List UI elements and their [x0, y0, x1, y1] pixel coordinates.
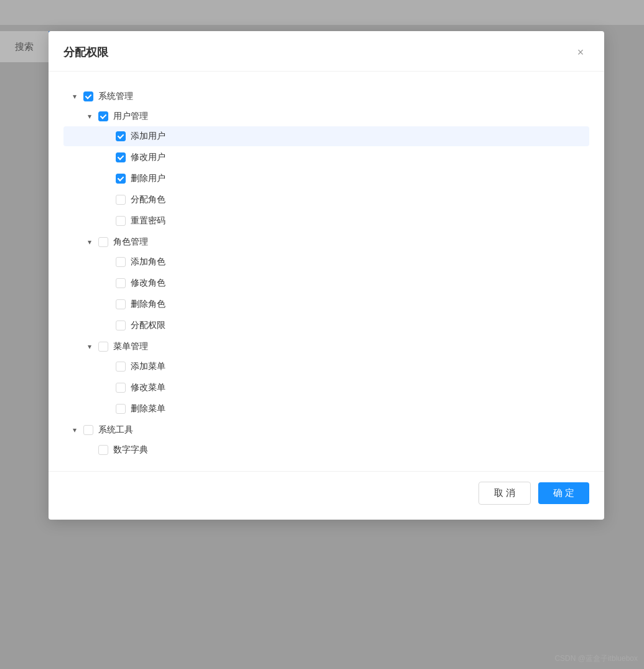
tree-node-edit-menu: 修改菜单: [63, 378, 589, 398]
tree-node-edit-role: 修改角色: [63, 273, 589, 293]
tree-label-delete-menu: 删除菜单: [131, 403, 166, 414]
cancel-button[interactable]: 取 消: [478, 482, 531, 505]
checkbox-add-user[interactable]: [116, 131, 126, 141]
dialog-header: 分配权限 ×: [49, 31, 604, 72]
tree-label-edit-user: 修改用户: [131, 152, 166, 163]
tree-node-assign-perm: 分配权限: [63, 316, 589, 335]
tree-row-system-mgmt[interactable]: ▾系统管理: [63, 87, 589, 106]
tree-label-role-mgmt: 角色管理: [113, 236, 148, 248]
tree-label-delete-user: 删除用户: [131, 173, 166, 184]
checkbox-reset-pwd[interactable]: [116, 216, 126, 226]
checkbox-delete-role[interactable]: [116, 299, 126, 309]
checkbox-add-role[interactable]: [116, 257, 126, 267]
tree-label-add-menu: 添加菜单: [131, 361, 166, 372]
checkbox-assign-role[interactable]: [116, 195, 126, 205]
tree-row-add-role[interactable]: 添加角色: [63, 252, 589, 272]
checkbox-system-tools[interactable]: [83, 425, 93, 435]
tree-node-data-dict: 数字字典: [63, 440, 589, 460]
dialog: 分配权限 × ▾系统管理▾用户管理添加用户修改用户删除用户分配角色重置密码▾角色…: [49, 31, 604, 520]
tree-row-assign-perm[interactable]: 分配权限: [63, 316, 589, 335]
tree-node-system-mgmt: ▾系统管理▾用户管理添加用户修改用户删除用户分配角色重置密码▾角色管理添加角色修…: [63, 87, 589, 419]
tree-label-system-mgmt: 系统管理: [98, 91, 133, 102]
tree-label-add-user: 添加用户: [131, 131, 166, 142]
checkbox-role-mgmt[interactable]: [98, 237, 108, 247]
checkbox-edit-menu[interactable]: [116, 383, 126, 393]
tree-node-edit-user: 修改用户: [63, 147, 589, 167]
expand-icon-menu-mgmt[interactable]: ▾: [83, 340, 96, 353]
tree-row-delete-role[interactable]: 删除角色: [63, 294, 589, 314]
dialog-body: ▾系统管理▾用户管理添加用户修改用户删除用户分配角色重置密码▾角色管理添加角色修…: [49, 72, 604, 471]
tree-label-assign-role: 分配角色: [131, 194, 166, 205]
tree-node-role-mgmt: ▾角色管理添加角色修改角色删除角色分配权限: [63, 232, 589, 335]
checkbox-edit-user[interactable]: [116, 152, 126, 162]
checkbox-assign-perm[interactable]: [116, 320, 126, 330]
tree-label-menu-mgmt: 菜单管理: [113, 341, 148, 352]
tree-label-add-role: 添加角色: [131, 256, 166, 268]
tree-node-menu-mgmt: ▾菜单管理添加菜单修改菜单删除菜单: [63, 337, 589, 419]
confirm-button[interactable]: 确 定: [538, 482, 589, 504]
tree-label-assign-perm: 分配权限: [131, 320, 166, 331]
tree-node-reset-pwd: 重置密码: [63, 211, 589, 231]
tree-node-user-mgmt: ▾用户管理添加用户修改用户删除用户分配角色重置密码: [63, 106, 589, 231]
tree-row-edit-menu[interactable]: 修改菜单: [63, 378, 589, 398]
tree-node-delete-role: 删除角色: [63, 294, 589, 314]
tree-row-add-user[interactable]: 添加用户: [63, 126, 589, 146]
tree-node-add-role: 添加角色: [63, 252, 589, 272]
tree-label-system-tools: 系统工具: [98, 424, 133, 436]
dialog-title: 分配权限: [63, 45, 108, 60]
checkbox-system-mgmt[interactable]: [83, 91, 93, 101]
tree-row-role-mgmt[interactable]: ▾角色管理: [63, 232, 589, 252]
tree-label-delete-role: 删除角色: [131, 299, 166, 310]
tree-node-assign-role: 分配角色: [63, 190, 589, 210]
tree-row-delete-menu[interactable]: 删除菜单: [63, 399, 589, 419]
tree-node-add-user: 添加用户: [63, 126, 589, 146]
checkbox-delete-menu[interactable]: [116, 404, 126, 414]
tree-node-delete-menu: 删除菜单: [63, 399, 589, 419]
tree-node-system-tools: ▾系统工具数字字典: [63, 420, 589, 460]
tree-node-add-menu: 添加菜单: [63, 357, 589, 377]
tree-row-reset-pwd[interactable]: 重置密码: [63, 211, 589, 231]
expand-icon-system-tools[interactable]: ▾: [68, 424, 81, 436]
tree-row-system-tools[interactable]: ▾系统工具: [63, 420, 589, 440]
checkbox-edit-role[interactable]: [116, 278, 126, 288]
tree-row-add-menu[interactable]: 添加菜单: [63, 357, 589, 377]
tree-label-user-mgmt: 用户管理: [113, 111, 148, 122]
tree-label-edit-role: 修改角色: [131, 278, 166, 289]
tree-row-edit-role[interactable]: 修改角色: [63, 273, 589, 293]
tree-row-user-mgmt[interactable]: ▾用户管理: [63, 106, 589, 126]
tree-row-menu-mgmt[interactable]: ▾菜单管理: [63, 337, 589, 357]
tree-row-edit-user[interactable]: 修改用户: [63, 147, 589, 167]
tree-row-data-dict[interactable]: 数字字典: [63, 440, 589, 460]
tree-node-delete-user: 删除用户: [63, 169, 589, 189]
close-button[interactable]: ×: [572, 44, 589, 61]
checkbox-data-dict[interactable]: [98, 445, 108, 455]
tree-row-delete-user[interactable]: 删除用户: [63, 169, 589, 189]
tree-label-reset-pwd: 重置密码: [131, 215, 166, 227]
expand-icon-system-mgmt[interactable]: ▾: [68, 90, 81, 103]
dialog-footer: 取 消 确 定: [49, 471, 604, 520]
watermark: CSDN @蓝盒子itbluebox: [554, 653, 638, 664]
checkbox-user-mgmt[interactable]: [98, 111, 108, 121]
checkbox-add-menu[interactable]: [116, 362, 126, 372]
checkbox-delete-user[interactable]: [116, 174, 126, 184]
tree-label-edit-menu: 修改菜单: [131, 382, 166, 393]
tree-label-data-dict: 数字字典: [113, 444, 148, 456]
expand-icon-user-mgmt[interactable]: ▾: [83, 110, 96, 123]
checkbox-menu-mgmt[interactable]: [98, 342, 108, 352]
tree-row-assign-role[interactable]: 分配角色: [63, 190, 589, 210]
expand-icon-role-mgmt[interactable]: ▾: [83, 236, 96, 248]
